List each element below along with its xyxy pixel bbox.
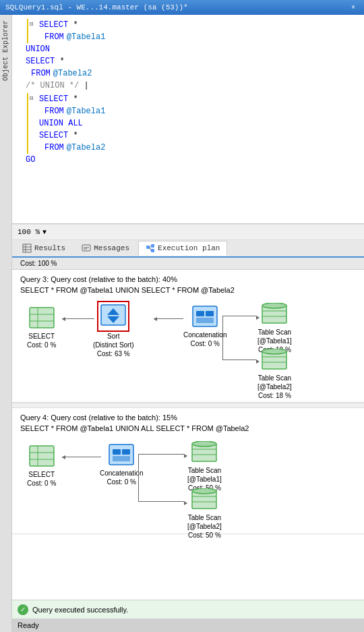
q3-concat-icon bbox=[191, 305, 218, 329]
q4-scan1-icon bbox=[191, 440, 218, 465]
q3-sort-icon bbox=[100, 304, 127, 328]
sql-line: /* UNION */ | bbox=[26, 80, 359, 92]
svg-rect-9 bbox=[151, 249, 154, 252]
content-area: ⊟ SELECT * FROM @Tabela1 UNION SELECT * bbox=[12, 15, 364, 632]
q3-vline1 bbox=[222, 316, 223, 360]
status-ok-icon: ✓ bbox=[18, 604, 28, 615]
q4-select-label: SELECT Cost: 0 % bbox=[27, 470, 56, 488]
query4-header: Query 4: Query cost (relative to the bat… bbox=[20, 413, 356, 422]
sql-line: GO bbox=[26, 154, 359, 166]
q4-concat-node[interactable]: Concatenation Cost: 0 % bbox=[100, 443, 144, 486]
query4-sql: SELECT * FROM @Tabela1 UNION ALL SELECT … bbox=[20, 424, 356, 432]
q4-select-node[interactable]: SELECT Cost: 0 % bbox=[27, 444, 56, 488]
q4-arrow2 bbox=[138, 454, 184, 455]
svg-rect-20 bbox=[196, 311, 204, 316]
tab-bar: Results Messages bbox=[12, 240, 364, 258]
zoom-bar: 100 % ▼ bbox=[12, 224, 364, 240]
tab-execution-plan[interactable]: Execution plan bbox=[138, 241, 227, 256]
q4-concat-icon bbox=[108, 443, 135, 467]
svg-point-24 bbox=[262, 303, 286, 308]
svg-rect-19 bbox=[193, 306, 217, 326]
svg-rect-7 bbox=[146, 246, 150, 249]
svg-point-28 bbox=[262, 349, 286, 354]
q4-vline1 bbox=[138, 454, 139, 501]
query4-diagram: SELECT Cost: 0 % bbox=[20, 438, 356, 525]
q4-scan2-node[interactable]: Table Scan [@Tabela2] Cost: 50 % bbox=[187, 488, 222, 540]
sql-line: ⊟ SELECT * bbox=[39, 19, 359, 31]
svg-rect-35 bbox=[109, 444, 133, 465]
tab-results-label: Results bbox=[34, 244, 65, 252]
svg-rect-36 bbox=[113, 449, 121, 455]
q3-concat-label: Concatenation Cost: 0 % bbox=[183, 331, 227, 348]
q3-concat-node[interactable]: Concatenation Cost: 0 % bbox=[183, 305, 227, 348]
ready-bar: Ready bbox=[12, 619, 364, 632]
q3-select-label: SELECT Cost: 0 % bbox=[27, 332, 56, 349]
section-separator bbox=[12, 403, 364, 408]
sidebar-label: Object Explorer bbox=[2, 20, 9, 81]
query4-section: Query 4: Query cost (relative to the bat… bbox=[12, 408, 364, 534]
svg-point-44 bbox=[192, 488, 216, 494]
cost-header: Cost: 100 % bbox=[12, 258, 364, 270]
status-bar: ✓ Query executed successfully. bbox=[12, 600, 364, 619]
svg-rect-0 bbox=[23, 244, 31, 252]
q4-arrow1 bbox=[62, 457, 101, 457]
svg-line-11 bbox=[150, 248, 151, 251]
q3-scan2-icon bbox=[261, 348, 288, 372]
ready-text: Ready bbox=[18, 621, 39, 629]
svg-point-40 bbox=[192, 441, 216, 447]
q3-arrow1 bbox=[62, 318, 94, 319]
svg-rect-38 bbox=[113, 456, 130, 461]
sql-editor[interactable]: ⊟ SELECT * FROM @Tabela1 UNION SELECT * bbox=[12, 15, 364, 224]
svg-rect-8 bbox=[151, 244, 154, 248]
sql-line: ⊟ SELECT * bbox=[39, 93, 359, 105]
q4-arrow3 bbox=[138, 501, 184, 502]
tab-messages[interactable]: Messages bbox=[74, 241, 137, 256]
svg-rect-31 bbox=[30, 446, 54, 466]
results-icon bbox=[22, 243, 32, 253]
q4-scan2-label: Table Scan [@Tabela2] Cost: 50 % bbox=[187, 513, 222, 540]
sql-line: FROM @Tabela1 bbox=[39, 105, 359, 117]
sql-line: FROM @Tabela1 bbox=[39, 31, 359, 43]
keyword-select: SELECT bbox=[39, 19, 68, 31]
sidebar: Object Explorer bbox=[0, 15, 12, 632]
q3-sort-label: Sort (Distinct Sort) Cost: 63 % bbox=[93, 332, 134, 358]
main-layout: Object Explorer ⊟ SELECT * FROM @Tabela1 bbox=[0, 15, 364, 632]
svg-rect-37 bbox=[122, 449, 130, 455]
close-button[interactable]: × bbox=[348, 2, 359, 13]
sql-editor-inner[interactable]: ⊟ SELECT * FROM @Tabela1 UNION SELECT * bbox=[12, 15, 364, 223]
sql-line: FROM @Tabela2 bbox=[39, 142, 359, 154]
query3-header: Query 3: Query cost (relative to the bat… bbox=[20, 275, 356, 283]
query3-sql: SELECT * FROM @Tabela1 UNION SELECT * FR… bbox=[20, 286, 356, 294]
query3-section: Query 3: Query cost (relative to the bat… bbox=[12, 270, 364, 403]
q3-sort-highlight bbox=[97, 301, 129, 332]
query3-diagram: SELECT Cost: 0 % bbox=[20, 299, 356, 394]
q3-select-node[interactable]: SELECT Cost: 0 % bbox=[27, 306, 56, 349]
svg-line-10 bbox=[150, 246, 151, 248]
title-bar-text: SQLQuery1.sql - WE...14.master (sa (53))… bbox=[5, 3, 348, 11]
q3-arrow2-head bbox=[154, 317, 157, 321]
q4-concat-label: Concatenation Cost: 0 % bbox=[100, 469, 144, 486]
sql-line: SELECT * bbox=[26, 55, 359, 67]
q3-arrow2 bbox=[154, 318, 183, 319]
tab-results[interactable]: Results bbox=[15, 241, 73, 256]
title-bar: SQLQuery1.sql - WE...14.master (sa (53))… bbox=[0, 0, 364, 15]
q4-scan1-node[interactable]: Table Scan [@Tabela1] Cost: 50 % bbox=[187, 440, 222, 492]
tab-execution-label: Execution plan bbox=[158, 244, 220, 252]
sql-line: UNION bbox=[26, 43, 359, 55]
q3-scan2-node[interactable]: Table Scan [@Tabela2] Cost: 18 % bbox=[257, 348, 292, 400]
messages-icon bbox=[82, 243, 91, 253]
q3-arrow4 bbox=[222, 360, 256, 360]
q4-scan2-icon bbox=[191, 488, 218, 512]
results-pane[interactable]: Cost: 100 % Query 3: Query cost (relativ… bbox=[12, 258, 364, 600]
sql-line: FROM @Tabela2 bbox=[26, 67, 359, 80]
q3-sort-node[interactable]: Sort (Distinct Sort) Cost: 63 % bbox=[93, 301, 134, 358]
sql-line: SELECT * bbox=[39, 130, 359, 142]
status-message: Query executed successfully. bbox=[32, 606, 128, 614]
q3-scan1-icon bbox=[261, 302, 288, 326]
q3-scan1-node[interactable]: Table Scan [@Tabela1] Cost: 18 % bbox=[257, 302, 292, 354]
q3-select-icon bbox=[28, 306, 55, 331]
zoom-icon[interactable]: ▼ bbox=[42, 229, 47, 236]
svg-rect-22 bbox=[196, 318, 214, 323]
q3-scan2-label: Table Scan [@Tabela2] Cost: 18 % bbox=[257, 374, 292, 400]
sql-line: UNION ALL bbox=[39, 117, 359, 130]
